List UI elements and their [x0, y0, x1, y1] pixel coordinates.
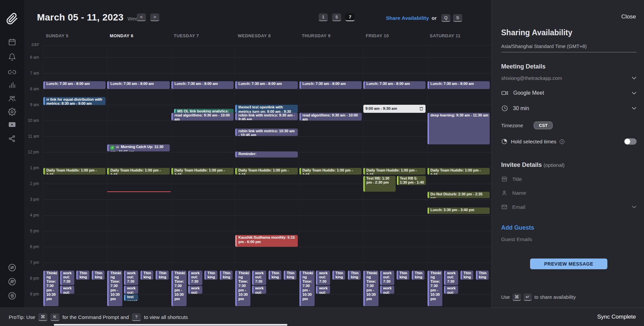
calendar-event[interactable]: workout: 7:30 [252, 271, 266, 285]
calendar-event[interactable]: workout: 7:30 [380, 271, 394, 285]
logout-icon[interactable] [8, 292, 16, 300]
calendar-event[interactable]: Thinking [156, 271, 168, 280]
calendar-event[interactable]: workout: 7:30 [188, 271, 202, 285]
calendar-event[interactable]: Lunch: 7:30 am - 8:00 am [299, 81, 362, 89]
app-logo-paperclip-icon[interactable] [6, 13, 18, 25]
calendar-event[interactable]: Daily Team Huddle: 1:00 pm - 1:15 [299, 168, 362, 175]
calendar-event[interactable]: Thinking Time: 7:30 pm - 10:30 pm [171, 271, 187, 307]
calendar-grid[interactable]: SUNDAY 5MONDAY 6TUESDAY 7WEDNESDAY 8THUR… [43, 0, 491, 308]
calendar-event[interactable]: Lunch: 7:30 am - 8:00 am [43, 81, 106, 89]
calendar-event[interactable]: Lunch: 7:30 am - 8:00 am [171, 81, 234, 89]
links-icon[interactable] [8, 68, 16, 76]
info-icon[interactable]: i [560, 139, 564, 144]
calendar-event[interactable]: Thinking [76, 271, 89, 280]
calendar-event[interactable]: workout: [252, 286, 266, 294]
event-title: Daily Team Huddle: 1:00 pm - 1:15 [110, 168, 161, 175]
hour-label: 12 pm [24, 150, 39, 154]
calendar-event[interactable]: test openl [124, 294, 138, 301]
calendar-event[interactable]: Thinking [220, 271, 233, 280]
close-button[interactable]: Close [621, 13, 636, 20]
share-icon[interactable] [8, 135, 16, 143]
calendar-event[interactable]: workout: 7:30 [124, 271, 138, 285]
calendar-event[interactable]: Daily Team Huddle: 1:00 pm - 1:15 [107, 168, 169, 175]
calendar-event[interactable]: Thinking [460, 271, 473, 280]
name-field[interactable]: Name [501, 190, 637, 196]
calendar-event[interactable]: Test RB 5: 1:30 pm - 1:40 pm [397, 176, 426, 185]
calendar-event[interactable]: workout: 7:30 [316, 271, 330, 285]
timezone-chip[interactable]: CST [534, 122, 553, 129]
calendar-event[interactable]: workout: [188, 286, 202, 294]
calendar-event[interactable]: Lunch: 7:30 am - 8:00 am [235, 81, 297, 89]
calendar-event[interactable]: Do Not Disturb: 2:30 pm - 2:35 pm [428, 192, 490, 198]
calendar-event[interactable]: rr link for equal-distribution with metr… [43, 97, 106, 105]
calendar-event[interactable]: Thinking Time: 7:30 pm - 10:30 pm [235, 271, 250, 307]
calendar-event[interactable]: Thinking [476, 271, 489, 280]
event-title: Thinking [287, 271, 294, 279]
hour-label: 5 pm [24, 229, 39, 233]
settings-gear-icon[interactable] [8, 108, 16, 116]
event-title: Thinking Time: 7:30 pm - 10:30 pm [431, 271, 441, 301]
email-field[interactable]: Email [501, 204, 637, 210]
calendar-event[interactable]: workout: 7:30 [60, 271, 74, 285]
calendar-event[interactable]: workout: [60, 286, 74, 294]
duration-select[interactable]: 30 min [501, 105, 637, 112]
calendar-event[interactable]: Reminder: [235, 151, 297, 158]
calendar-event[interactable]: workout: [316, 286, 330, 294]
calendar-event[interactable]: Lunch: 7:30 am - 8:00 am [363, 81, 426, 89]
calendar-event[interactable]: Thinking [92, 271, 105, 280]
calendar-event[interactable]: Thinking Time: 7:30 pm - 10:30 pm [363, 271, 378, 307]
calendar-event[interactable]: 9:00 am - 9:30 am [363, 105, 426, 113]
calendar-event[interactable]: Daily Team Huddle: 1:00 pm - 1:15 [363, 168, 426, 175]
calendar-event[interactable]: Test RB: 1:30 pm - 2:30 pm [363, 176, 396, 192]
calendar-event[interactable]: Thinking [412, 271, 425, 280]
calendar-event[interactable]: workout: 7:30 [444, 271, 458, 285]
add-guests-link[interactable]: Add Guests [501, 224, 534, 231]
calendar-event[interactable]: workout: [444, 286, 458, 294]
calendar-icon[interactable] [8, 38, 16, 46]
account-email-select[interactable]: shixiong@thetrackapp.com [501, 75, 637, 81]
hold-toggle[interactable] [624, 138, 637, 145]
calendar-event[interactable]: Thinking [204, 271, 217, 280]
calendar-event[interactable]: read algorithms: 9:30 am - 10:00 am [299, 113, 362, 121]
calendar-event[interactable]: deep learning: 9:30 am - 11:30 am [428, 113, 490, 144]
calendar-event[interactable]: Kaushik:Sudhama monthly: 5:15 pm - 6:00 … [235, 235, 297, 247]
calendar-event[interactable]: ✓Morning Catch Up: 11:30 am - 11:55 am [107, 144, 169, 151]
calendar-event[interactable]: workout: [124, 286, 138, 294]
stats-bar-chart-icon[interactable] [8, 81, 16, 89]
calendar-event[interactable]: theme3 test openlink with metrics turn o… [235, 105, 297, 113]
conferencing-select[interactable]: Google Meet [501, 89, 637, 97]
calendar-event[interactable]: Thinking Time: 7:30 pm - 10:30 pm [107, 271, 122, 307]
calendar-event[interactable]: robin link with metrics: 10:30 am - 10:4… [235, 129, 297, 136]
calendar-event[interactable]: Thinking [269, 271, 281, 280]
preferences-sliders-icon[interactable] [8, 264, 16, 272]
calendar-event[interactable]: robin link with metrics: 9:30 am - 9:45 … [235, 113, 297, 121]
calendar-event[interactable]: Daily Team Huddle: 1:00 pm - 1:15 [171, 168, 234, 175]
calendar-event[interactable]: read algorithms: 9:30 am - 10:00 am [171, 113, 234, 121]
title-field[interactable]: Title [501, 176, 637, 182]
calendar-event[interactable]: Thinking [348, 271, 361, 280]
calendar-event[interactable]: Daily Team Huddle: 1:00 pm - 1:15 [43, 168, 106, 175]
contacts-people-icon[interactable] [8, 94, 16, 102]
hour-label: 8 am [24, 87, 39, 91]
horizontal-scrollbar[interactable] [54, 324, 287, 326]
add-person-icon[interactable] [8, 278, 16, 286]
grid-line [43, 73, 491, 74]
calendar-event[interactable]: Lunch: 3:30 pm - 3:40 pm [428, 207, 490, 214]
preview-message-button[interactable]: PREVIEW MESSAGE [530, 259, 607, 269]
recordings-video-icon[interactable] [8, 121, 16, 129]
calendar-event[interactable]: Lunch: 7:30 am - 8:00 am [428, 81, 490, 89]
calendar-event[interactable]: Daily Team Huddle: 1:00 pm - 1:15 [235, 168, 297, 175]
calendar-event[interactable]: Thinking [397, 271, 409, 280]
calendar-event[interactable]: Lunch: 7:30 am - 8:00 am [107, 81, 169, 89]
guest-emails-placeholder[interactable]: Guest Emails [501, 236, 532, 242]
notifications-bell-icon[interactable] [8, 53, 16, 61]
calendar-event[interactable]: Thinking [284, 271, 296, 280]
calendar-event[interactable]: Daily Team Huddle: 1:00 pm - 1:15 [428, 168, 490, 175]
trash-icon[interactable] [419, 106, 424, 111]
calendar-event[interactable]: Thinking [332, 271, 345, 280]
calendar-event[interactable]: workout: [380, 286, 394, 294]
calendar-event[interactable]: Thinking [140, 271, 153, 280]
calendar-event[interactable]: Thinking Time: 7:30 pm - 10:30 pm [428, 271, 443, 307]
calendar-event[interactable]: Thinking Time: 7:30 pm - 10:30 pm [43, 271, 58, 307]
calendar-event[interactable]: Thinking Time: 7:30 pm - 10:30 pm [299, 271, 315, 307]
